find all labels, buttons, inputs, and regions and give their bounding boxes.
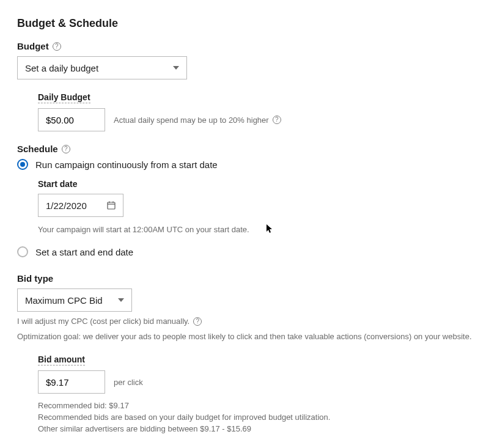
start-date-value: 1/22/2020 (46, 200, 87, 211)
bid-amount-label: Bid amount (38, 354, 85, 365)
start-date-input[interactable]: 1/22/2020 (38, 194, 123, 217)
schedule-radio-startend-label: Set a start and end date (35, 247, 133, 257)
daily-budget-input[interactable] (38, 108, 105, 131)
svg-rect-0 (108, 202, 115, 209)
calendar-icon (107, 201, 116, 210)
bid-amount-input[interactable] (38, 370, 105, 394)
daily-budget-label: Daily Budget (38, 92, 90, 103)
bid-reco2: Recommended bids are based on your daily… (38, 413, 484, 422)
daily-budget-hint: Actual daily spend may be up to 20% high… (114, 116, 269, 125)
bidtype-desc2: Optimization goal: we deliver your ads t… (17, 332, 472, 341)
chevron-down-icon (118, 298, 124, 302)
bidtype-select[interactable]: Maximum CPC Bid (17, 288, 132, 312)
bid-reco1: Recommended bid: $9.17 (38, 401, 484, 410)
help-icon[interactable]: ? (273, 116, 281, 124)
budget-select-value: Set a daily budget (25, 63, 98, 73)
bidtype-select-value: Maximum CPC Bid (25, 295, 103, 306)
budget-label: Budget (17, 41, 49, 51)
start-date-hint: Your campaign will start at 12:00AM UTC … (38, 225, 249, 234)
section-title: Budget & Schedule (17, 17, 484, 30)
chevron-down-icon (173, 66, 179, 70)
bidtype-desc1: I will adjust my CPC (cost per click) bi… (17, 317, 189, 326)
schedule-radio-continuous-label: Run campaign continuously from a start d… (35, 160, 218, 170)
cursor-icon (267, 224, 273, 234)
bid-reco3: Other similar advertisers are bidding be… (38, 424, 484, 433)
help-icon[interactable]: ? (193, 317, 202, 326)
help-icon[interactable]: ? (62, 145, 70, 153)
start-date-label: Start date (38, 179, 78, 189)
bid-amount-unit: per click (114, 378, 143, 387)
schedule-radio-continuous[interactable] (17, 159, 28, 170)
help-icon[interactable]: ? (53, 42, 61, 51)
budget-select[interactable]: Set a daily budget (17, 56, 187, 79)
bidtype-label: Bid type (17, 273, 53, 284)
schedule-radio-startend[interactable] (17, 246, 28, 257)
schedule-label: Schedule (17, 144, 58, 154)
